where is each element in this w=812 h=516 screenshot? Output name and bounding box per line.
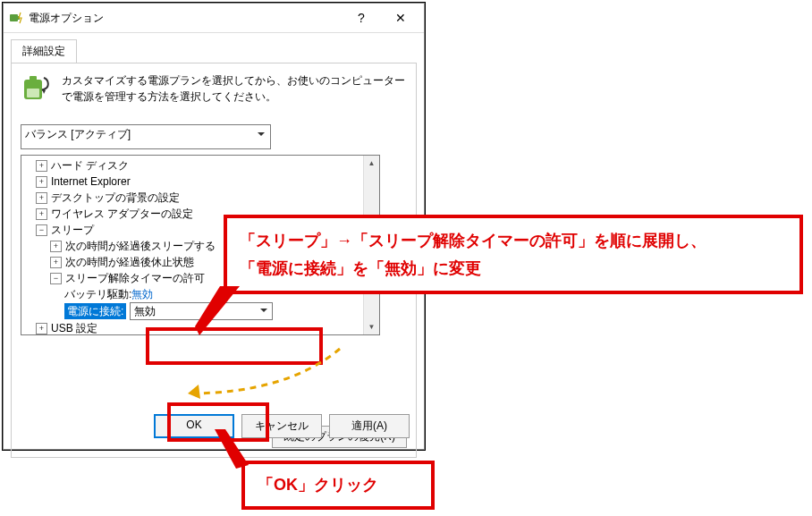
tree-item-plugged[interactable]: 電源に接続: 無効 [23, 302, 377, 320]
annotation-text: 「スリープ」→「スリープ解除タイマーの許可」を順に展開し、 [240, 227, 787, 255]
battery-value-link[interactable]: 無効 [131, 286, 153, 302]
close-button[interactable]: ✕ [381, 4, 420, 31]
scroll-up-icon[interactable]: ▲ [364, 156, 379, 171]
description-row: カスタマイズする電源プランを選択してから、お使いのコンピューターで電源を管理する… [21, 72, 407, 105]
tab-strip: 詳細設定 [4, 33, 424, 63]
annotation-callout-2: 「OK」クリック [241, 461, 435, 510]
annotation-callout-1: 「スリープ」→「スリープ解除タイマーの許可」を順に展開し、 「電源に接続」を「無… [224, 215, 803, 294]
cancel-button[interactable]: キャンセル [241, 414, 322, 438]
minus-icon[interactable]: − [36, 224, 47, 236]
tree-item-usb[interactable]: +USB 設定 [23, 320, 377, 335]
svg-rect-4 [27, 89, 39, 97]
plus-icon[interactable]: + [50, 241, 62, 252]
annotation-text: 「OK」クリック [258, 476, 378, 494]
plus-icon[interactable]: + [36, 323, 47, 334]
plugged-value-combo[interactable]: 無効 [130, 302, 273, 320]
tab-advanced[interactable]: 詳細設定 [11, 39, 77, 63]
tree-item-hard-disk[interactable]: +ハード ディスク [23, 157, 377, 173]
tree-item-desktop-bg[interactable]: +デスクトップの背景の設定 [23, 190, 377, 206]
dialog-buttons: OK キャンセル 適用(A) [154, 414, 410, 438]
scroll-down-icon[interactable]: ▼ [364, 319, 379, 334]
annotation-text: 「電源に接続」を「無効」に変更 [240, 255, 787, 283]
apply-button[interactable]: 適用(A) [329, 414, 410, 438]
plus-icon[interactable]: + [36, 160, 47, 172]
minus-icon[interactable]: − [50, 273, 62, 284]
power-plan-select[interactable]: バランス [アクティブ] [21, 124, 271, 149]
plus-icon[interactable]: + [36, 176, 47, 188]
plugged-label: 電源に接続: [64, 303, 126, 319]
description-text: カスタマイズする電源プランを選択してから、お使いのコンピューターで電源を管理する… [62, 72, 407, 105]
svg-rect-3 [30, 76, 37, 80]
plus-icon[interactable]: + [36, 192, 47, 204]
battery-large-icon [21, 72, 53, 105]
tree-item-ie[interactable]: +Internet Explorer [23, 173, 377, 190]
plus-icon[interactable]: + [50, 257, 62, 268]
ok-button[interactable]: OK [154, 414, 234, 438]
battery-plug-icon [9, 11, 23, 25]
help-button[interactable]: ? [342, 4, 381, 31]
plugged-value: 無効 [134, 303, 156, 319]
plus-icon[interactable]: + [36, 208, 47, 220]
window-title: 電源オプション [29, 11, 342, 26]
power-plan-value: バランス [アクティブ] [25, 128, 131, 140]
titlebar: 電源オプション ? ✕ [4, 4, 424, 33]
svg-rect-0 [10, 14, 18, 21]
